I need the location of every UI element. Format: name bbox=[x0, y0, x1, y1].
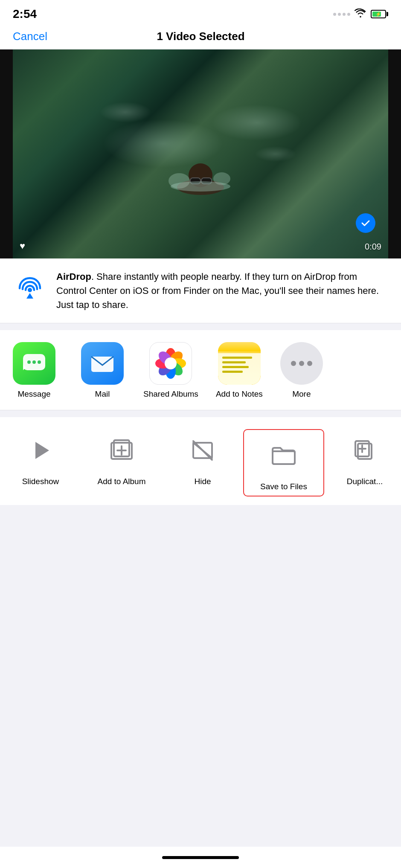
more-label: More bbox=[292, 389, 311, 400]
svg-point-12 bbox=[38, 360, 41, 364]
hide-icon-box bbox=[181, 429, 224, 472]
nav-bar: Cancel 1 Video Selected bbox=[0, 26, 401, 49]
section-gap-2 bbox=[0, 410, 401, 417]
section-gap-1 bbox=[0, 323, 401, 330]
status-time: 2:54 bbox=[13, 7, 37, 21]
selection-checkmark[interactable] bbox=[356, 213, 375, 233]
more-icon bbox=[280, 342, 323, 385]
home-indicator bbox=[162, 856, 239, 859]
svg-point-6 bbox=[169, 173, 190, 189]
video-main: ♥ 0:09 bbox=[13, 49, 388, 258]
save-to-files-icon-box bbox=[262, 434, 305, 477]
save-to-files-label: Save to Files bbox=[260, 482, 307, 491]
duplicate-label: Duplicat... bbox=[347, 477, 383, 486]
video-strip: ♥ 0:09 bbox=[0, 49, 401, 258]
home-indicator-area bbox=[0, 847, 401, 868]
video-side-right bbox=[388, 49, 401, 258]
wifi-icon bbox=[355, 9, 366, 20]
nav-title: 1 Video Selected bbox=[157, 30, 244, 43]
svg-point-10 bbox=[27, 360, 31, 364]
airdrop-description: AirDrop. Share instantly with people nea… bbox=[56, 270, 388, 312]
video-background bbox=[13, 49, 388, 258]
action-save-to-files[interactable]: Save to Files bbox=[243, 429, 324, 496]
video-duration: 0:09 bbox=[365, 242, 381, 252]
action-add-to-album[interactable]: Add to Album bbox=[81, 429, 162, 486]
share-app-add-to-notes[interactable]: Add to Notes bbox=[205, 342, 273, 400]
add-to-notes-label: Add to Notes bbox=[216, 389, 263, 400]
signal-icon bbox=[333, 13, 350, 16]
message-app-label: Message bbox=[17, 389, 50, 400]
status-icons: ⚡ bbox=[333, 9, 388, 20]
svg-point-11 bbox=[32, 360, 36, 364]
message-app-icon bbox=[13, 342, 55, 385]
mail-app-icon bbox=[81, 342, 124, 385]
svg-marker-23 bbox=[35, 442, 49, 459]
swimmer-figure bbox=[166, 149, 235, 200]
cancel-button[interactable]: Cancel bbox=[13, 30, 47, 43]
photos-app-icon bbox=[149, 342, 192, 385]
svg-line-30 bbox=[193, 443, 212, 458]
hide-label: Hide bbox=[194, 477, 211, 486]
svg-point-7 bbox=[213, 172, 230, 185]
share-apps-row: Message Mail Share bbox=[0, 330, 401, 410]
action-slideshow[interactable]: Slideshow bbox=[0, 429, 81, 486]
add-to-album-icon-box bbox=[100, 429, 143, 472]
share-app-more[interactable]: More bbox=[273, 342, 330, 400]
notes-app-icon bbox=[218, 342, 261, 385]
shared-albums-label: Shared Albums bbox=[143, 389, 198, 400]
video-side-left bbox=[0, 49, 13, 258]
duplicate-icon-box bbox=[343, 429, 386, 472]
svg-point-22 bbox=[165, 357, 177, 369]
slideshow-icon-box bbox=[19, 429, 62, 472]
battery-icon: ⚡ bbox=[371, 10, 388, 18]
airdrop-section: AirDrop. Share instantly with people nea… bbox=[0, 258, 401, 323]
share-app-message[interactable]: Message bbox=[0, 342, 68, 400]
status-bar: 2:54 ⚡ bbox=[0, 0, 401, 26]
add-to-album-label: Add to Album bbox=[97, 477, 145, 486]
heart-icon: ♥ bbox=[20, 241, 25, 252]
mail-app-label: Mail bbox=[95, 389, 110, 400]
svg-rect-31 bbox=[273, 451, 295, 464]
slideshow-label: Slideshow bbox=[22, 477, 59, 486]
airdrop-icon bbox=[13, 270, 47, 304]
svg-point-8 bbox=[28, 288, 32, 292]
share-app-mail[interactable]: Mail bbox=[68, 342, 137, 400]
action-duplicate[interactable]: Duplicat... bbox=[324, 429, 401, 486]
action-hide[interactable]: Hide bbox=[162, 429, 243, 486]
actions-row: Slideshow Add to Album Hide bbox=[0, 417, 401, 505]
share-app-shared-albums[interactable]: Shared Albums bbox=[137, 342, 205, 400]
